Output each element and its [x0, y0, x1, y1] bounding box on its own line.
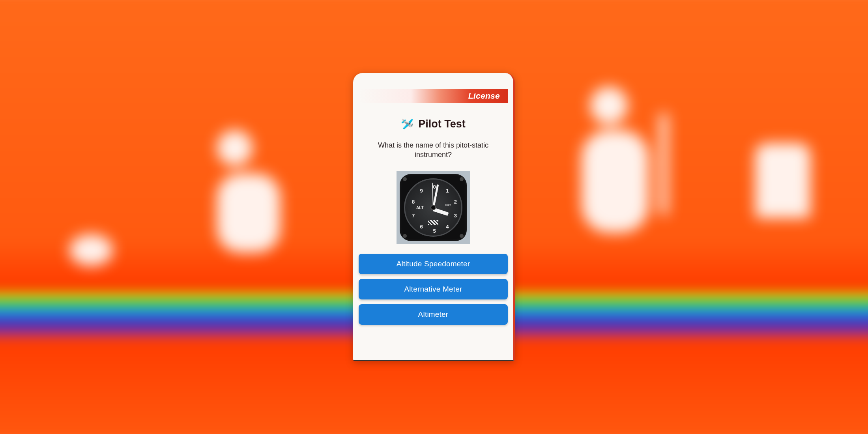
- altimeter-dial: ALT FEET 0123456789: [404, 178, 462, 237]
- alt-label: ALT: [416, 205, 424, 210]
- answer-option-1[interactable]: Alternative Meter: [359, 279, 508, 299]
- card-header: License: [359, 89, 508, 103]
- card-header-label: License: [468, 91, 500, 101]
- dial-number: 1: [446, 188, 449, 194]
- dial-number: 6: [420, 223, 423, 229]
- instrument-image: ALT FEET 0123456789: [397, 171, 470, 244]
- answer-list: Altitude Speedometer Alternative Meter A…: [359, 254, 508, 325]
- feet-label: FEET: [445, 204, 451, 206]
- quiz-card: License 🛩️ Pilot Test What is the name o…: [353, 73, 515, 361]
- hatch-pattern: [428, 220, 438, 225]
- quiz-title: 🛩️ Pilot Test: [353, 118, 513, 130]
- dial-number: 2: [454, 199, 457, 205]
- dial-number: 8: [412, 199, 415, 205]
- question-text: What is the name of this pitot-static in…: [367, 140, 499, 160]
- dial-number: 9: [420, 188, 423, 194]
- needle-center: [430, 205, 436, 210]
- altimeter-bezel: ALT FEET 0123456789: [400, 174, 467, 241]
- dial-number: 3: [454, 212, 457, 218]
- dial-number: 5: [433, 228, 436, 234]
- dial-number: 7: [412, 212, 415, 218]
- airplane-icon: 🛩️: [401, 118, 413, 130]
- answer-option-0[interactable]: Altitude Speedometer: [359, 254, 508, 274]
- answer-option-2[interactable]: Altimeter: [359, 304, 508, 325]
- dial-number: 0: [433, 183, 436, 189]
- dial-number: 4: [446, 223, 449, 229]
- quiz-title-text: Pilot Test: [418, 118, 466, 130]
